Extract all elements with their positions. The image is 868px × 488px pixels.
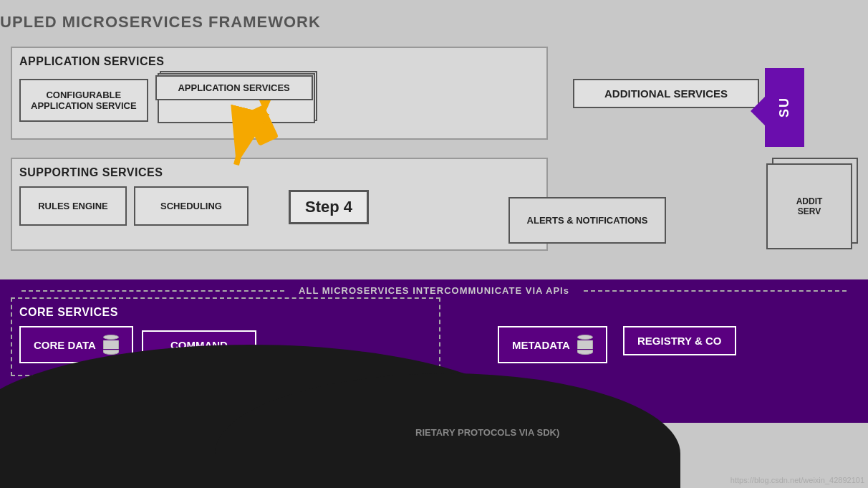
purple-arrow-left [751, 97, 765, 125]
step4-label: Step 4 [305, 198, 352, 216]
rules-engine-box: RULES ENGINE [19, 186, 127, 226]
framework-title: UPLED MICROSERVICES FRAMEWORK [0, 13, 321, 32]
app-services-title: APPLICATION SERVICES [19, 55, 539, 68]
scheduling-label: SCHEDULING [160, 201, 222, 211]
rules-engine-label: RULES ENGINE [38, 201, 108, 211]
step4-box: Step 4 [289, 190, 369, 224]
api-dashed-left [21, 290, 284, 292]
su-label: SU [777, 97, 792, 118]
additional-services-box: ADDITIONAL SERVICES [573, 79, 759, 108]
meta-db-mid [577, 340, 593, 349]
core-data-db-icon [103, 335, 119, 355]
configurable-label: CONFIGURABLEAPPLICATION SERVICE [31, 90, 137, 111]
purple-side-block: SU [765, 68, 804, 147]
main-container: UPLED MICROSERVICES FRAMEWORK PROTOCOL A… [0, 0, 868, 488]
yellow-arrow-svg [215, 100, 301, 215]
svg-rect-1 [244, 105, 279, 146]
alerts-notifications-box: ALERTS & NOTIFICATIONS [508, 197, 666, 244]
meta-db-bot [577, 350, 593, 355]
registry-label: REGISTRY & CO [637, 335, 722, 347]
protocols-text: RIETARY PROTOCOLS VIA SDK) [415, 427, 559, 438]
addit-services-stacked: ADDITSERV [766, 158, 852, 244]
watermark: https://blog.csdn.net/weixin_42892101 [730, 476, 864, 484]
app-services-label: APPLICATION SERVICES [178, 82, 289, 93]
db-top [103, 335, 119, 340]
app-services-front-box: APPLICATION SERVICES [155, 75, 313, 100]
core-data-label: CORE DATA [34, 339, 96, 351]
alerts-label: ALERTS & NOTIFICATIONS [527, 215, 648, 226]
core-services-title: CORE SERVICES [19, 306, 432, 319]
api-dashed-right [584, 290, 847, 292]
metadata-box: METADATA [498, 326, 607, 363]
api-banner: ALL MICROSERVICES INTERCOMMUNICATE VIA A… [0, 285, 868, 296]
meta-db-top [577, 335, 593, 340]
addit-front: ADDITSERV [766, 163, 852, 249]
metadata-db-icon [577, 335, 593, 355]
configurable-app-service-box: CONFIGURABLEAPPLICATION SERVICE [19, 79, 148, 122]
metadata-label: METADATA [512, 339, 570, 351]
addit-label: ADDITSERV [796, 196, 823, 216]
api-text: ALL MICROSERVICES INTERCOMMUNICATE VIA A… [299, 285, 569, 296]
registry-box: REGISTRY & CO [623, 326, 736, 355]
svg-line-2 [236, 122, 247, 165]
additional-services-label: ADDITIONAL SERVICES [604, 87, 728, 100]
db-mid [103, 340, 119, 349]
